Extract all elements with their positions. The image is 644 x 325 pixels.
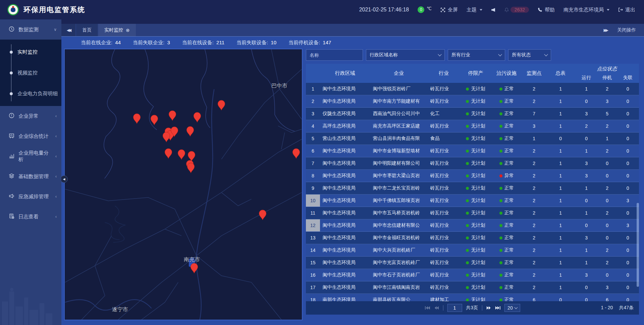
table-row[interactable]: 17阆中生态环境局阆中市江南镇阆南页岩砖瓦行业无计划正常21030	[306, 281, 639, 294]
sidebar-group: 应急减排管理‹	[0, 186, 61, 207]
map-panel[interactable]: 巴中市南充市遂宁市	[64, 49, 303, 320]
table-row[interactable]: 12阆中生态环境局阆中市忠信建材有限公砖瓦行业无计划正常21003	[306, 219, 639, 232]
sidebar-subitem[interactable]: 企业电力负荷明细	[0, 83, 61, 104]
page-number-input[interactable]	[447, 304, 462, 312]
close-operations-button[interactable]: 关闭操作	[617, 27, 636, 33]
table-row[interactable]: 15阆中生态环境局阆中市光富页岩机砖厂砖瓦行业无计划正常21120	[306, 257, 639, 269]
cell-industry: 砖瓦行业	[427, 207, 460, 219]
map-pin-icon[interactable]	[133, 113, 141, 124]
map-pin-icon[interactable]	[186, 126, 194, 137]
table-row[interactable]: 5营山生态环境局营山县润丰肉食品有限食品无计划正常10010	[306, 132, 639, 145]
tab-实时监控[interactable]: 实时监控⊗	[98, 24, 136, 36]
cell-stop-status: 无计划	[460, 207, 491, 219]
status-dot-green	[466, 261, 469, 264]
sidebar-subitem[interactable]: 视频监控	[0, 62, 61, 83]
org-dropdown[interactable]: 南充市生态环境局	[564, 7, 609, 13]
next-page-button[interactable]	[486, 306, 491, 310]
table-row[interactable]: 6阆中生态环境局阆中市金博瑞新型墙材砖瓦行业无计划正常21120	[306, 145, 639, 157]
cell-stopped: 0	[598, 195, 617, 207]
cell-region: 阆中生态环境局	[320, 195, 370, 207]
table-row[interactable]: 16阆中生态环境局阆中市石子页岩机砖厂砖瓦行业无计划正常21300	[306, 269, 639, 281]
cell-facility-status: 异常	[491, 170, 522, 182]
last-page-button[interactable]	[495, 306, 500, 310]
theme-dropdown[interactable]: 主题	[467, 7, 482, 13]
status-dot-green	[466, 100, 469, 103]
tab-close-icon[interactable]: ⊗	[126, 28, 130, 33]
sidebar-item-0[interactable]: 数据监测∨	[0, 19, 61, 40]
top-bar: 环保用电监管系统 2021-02-25 17:46:18 0 ℃ 全屏 主题	[0, 0, 644, 19]
mute-button[interactable]	[491, 8, 495, 12]
industry-select[interactable]: 所有行业	[448, 49, 505, 61]
table-row[interactable]: 10阆中生态环境局阆中千佛镇五郎垭页岩砖瓦行业无计划正常21003	[306, 195, 639, 207]
cell-region: 南部生态环境局	[320, 294, 370, 301]
workspace: ◀	[61, 49, 644, 325]
table-row[interactable]: 9阆中生态环境局阆中市二龙长宝页岩砖砖瓦行业无计划正常21120	[306, 182, 639, 195]
cell-stopped: 0	[598, 232, 617, 244]
status-text: 正常	[504, 210, 514, 216]
cell-stop-status: 无计划	[460, 108, 491, 120]
table-row[interactable]: 2阆中生态环境局阆中市南方节能建材有砖瓦行业无计划正常21030	[306, 95, 639, 108]
table-row[interactable]: 8阆中生态环境局阆中市枣碧大梁山页岩砖瓦行业无计划异常21300	[306, 170, 639, 182]
sidebar-item-1[interactable]: 企业异常‹	[0, 106, 61, 126]
table-scrollbar[interactable]	[637, 203, 639, 287]
table-row[interactable]: 3仪陇生态环境局西南油气田分公司川中化工无计划正常71350	[306, 108, 639, 120]
previous-page-button[interactable]	[434, 306, 439, 310]
table-row[interactable]: 18南部生态环境局南部县砖瓦有限公建材加工无计划正常60060	[306, 294, 639, 301]
map-pin-icon[interactable]	[150, 115, 158, 125]
cell-facility-status: 正常	[491, 157, 522, 169]
notifications[interactable]: 2632	[504, 7, 529, 13]
sidebar-item-3[interactable]: 企业用电量分析‹	[0, 146, 61, 166]
page-size-select[interactable]: 20	[504, 304, 520, 312]
cell-stop-status: 无计划	[460, 269, 491, 281]
cell-seq: 14	[306, 244, 320, 256]
sidebar-item-2[interactable]: 企业综合统计‹	[0, 126, 61, 146]
tabs-scroll-right-button[interactable]: ▶▶	[604, 28, 607, 33]
table-row[interactable]: 14阆中生态环境局阆中大兴页岩机砖厂砖瓦行业无计划正常21120	[306, 244, 639, 257]
sidebar-subitem[interactable]: 实时监控	[0, 42, 61, 62]
tab-首页[interactable]: 首页	[76, 24, 98, 36]
map-pin-icon[interactable]	[162, 132, 170, 143]
cell-seq: 12	[306, 219, 320, 231]
status-select[interactable]: 所有状态	[508, 49, 551, 61]
map-pin-icon[interactable]	[292, 148, 300, 159]
cell-seq: 15	[306, 257, 320, 269]
cell-region: 阆中生态环境局	[320, 232, 370, 244]
map-pin-icon[interactable]	[190, 263, 198, 274]
table-row[interactable]: 13阆中生态环境局阆中市金福旺页岩机砖砖瓦行业无计划正常21300	[306, 232, 639, 244]
status-text: 正常	[504, 123, 514, 129]
table-row[interactable]: 11阆中生态环境局阆中市五马桥页岩机砖砖瓦行业无计划正常21120	[306, 207, 639, 219]
map-pin-icon[interactable]	[170, 126, 178, 137]
column-header-监测点: 监测点	[522, 64, 546, 83]
cell-facility-status: 正常	[491, 244, 522, 256]
table-row[interactable]: 7阆中生态环境局阆中明阳建材有限公司砖瓦行业无计划正常21300	[306, 157, 639, 170]
map-pin-icon[interactable]	[259, 210, 267, 220]
cell-industry: 化工	[427, 108, 460, 120]
tabs-scroll-left-button[interactable]: ◀◀	[61, 24, 75, 36]
cell-region: 阆中生态环境局	[320, 207, 370, 219]
fullscreen-button[interactable]: 全屏	[440, 7, 458, 13]
sidebar-collapse-button[interactable]: ◀	[60, 175, 68, 183]
first-page-button[interactable]	[425, 306, 430, 310]
map-pin-icon[interactable]	[177, 149, 185, 160]
help-button[interactable]: 帮助	[538, 7, 555, 13]
map-pin-icon[interactable]	[164, 148, 172, 159]
cell-offline: 0	[616, 132, 639, 145]
column-group-header: 点位状态	[575, 64, 639, 72]
name-search-input[interactable]	[306, 49, 363, 61]
cell-monitor-points: 2	[522, 219, 546, 231]
sidebar-item-6[interactable]: 日志查看‹	[0, 207, 61, 227]
logout-button[interactable]: 退出	[618, 7, 635, 13]
table-row[interactable]: 1阆中生态环境局阆中强锐页岩砖厂砖瓦行业无计划正常21120	[306, 83, 639, 95]
cell-monitor-points: 2	[522, 257, 546, 269]
map-pin-icon[interactable]	[187, 163, 195, 173]
region-select[interactable]: 行政区域名称	[366, 49, 445, 61]
map-pin-icon[interactable]	[193, 112, 201, 123]
sidebar-item-5[interactable]: 应急减排管理‹	[0, 186, 61, 207]
cell-monitor-points: 7	[522, 108, 546, 120]
map-pin-icon[interactable]	[217, 100, 225, 111]
sidebar-item-4[interactable]: 基础数据管理‹	[0, 166, 61, 186]
status-text: 正常	[504, 86, 514, 92]
table-row[interactable]: 4高坪生态环境局南充市高坪区王家店建砖瓦行业无计划正常31220	[306, 120, 639, 132]
status-dot-green	[466, 236, 469, 239]
map-pin-icon[interactable]	[168, 110, 176, 121]
